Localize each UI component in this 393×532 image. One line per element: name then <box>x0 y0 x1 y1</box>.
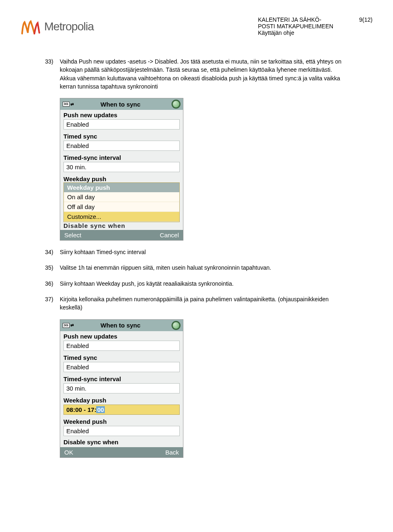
field-value-timed[interactable]: Enabled <box>63 362 180 372</box>
step-text: Siirry kohtaan Weekday push, jos käytät … <box>60 280 348 288</box>
popup-item-customize[interactable]: Customize... <box>64 212 179 222</box>
status-circle-icon <box>172 100 181 109</box>
softkey-cancel[interactable]: Cancel <box>160 232 179 239</box>
status-3g-icon: 3G <box>63 323 70 328</box>
field-label: Weekend push <box>60 416 183 425</box>
step-text: Siirry kohtaan Timed-sync interval <box>60 248 348 256</box>
softkey-bar: Select Cancel <box>60 230 183 240</box>
status-3g-icon: 3G <box>63 102 70 107</box>
step-34: 34) Siirry kohtaan Timed-sync interval <box>45 248 348 256</box>
step-33: 33) Vaihda Push new updates -asetus -> D… <box>45 57 348 91</box>
screen-title: When to sync <box>70 101 172 108</box>
field-value-push[interactable]: Enabled <box>63 119 180 130</box>
logo: Metropolia <box>20 16 94 37</box>
step-number: 34) <box>45 248 60 256</box>
screen-title: When to sync <box>70 322 172 329</box>
document-title: KALENTERI JA SÄHKÖ- POSTI MATKAPUHELIMEE… <box>258 16 348 36</box>
step-number: 33) <box>45 57 60 91</box>
phone-body: Push new updates Enabled Timed sync Enab… <box>60 331 183 447</box>
document-header: Metropolia KALENTERI JA SÄHKÖ- POSTI MAT… <box>20 16 373 37</box>
phone-titlebar: 3G ⇄ When to sync <box>60 98 183 110</box>
doc-title-line: Käyttäjän ohje <box>258 30 348 36</box>
time-prefix: 08:00 - 17: <box>66 406 96 413</box>
step-35: 35) Valitse 1h tai enemmän riippuen siit… <box>45 264 348 272</box>
softkey-back[interactable]: Back <box>165 449 179 456</box>
field-value-weekend[interactable]: Enabled <box>63 426 180 436</box>
metropolia-logo-icon <box>20 16 41 37</box>
doc-title-line: KALENTERI JA SÄHKÖ- <box>258 16 348 23</box>
field-value-interval[interactable]: 30 min. <box>63 162 180 172</box>
step-text: Vaihda Push new updates -asetus -> Disab… <box>60 57 348 91</box>
time-highlight: 00 <box>96 406 105 413</box>
popup-item-on-all-day[interactable]: On all day <box>64 192 179 202</box>
phone-body: Push new updates Enabled Timed sync Enab… <box>60 110 183 230</box>
step-36: 36) Siirry kohtaan Weekday push, jos käy… <box>45 280 348 288</box>
softkey-ok[interactable]: OK <box>64 449 73 456</box>
step-number: 35) <box>45 264 60 272</box>
field-label: Timed-sync interval <box>60 152 183 161</box>
step-text: Valitse 1h tai enemmän riippuen siitä, m… <box>60 264 348 272</box>
logo-text: Metropolia <box>44 20 94 33</box>
step-number: 36) <box>45 280 60 288</box>
step-text: Kirjoita kellonaika puhelimen numeronäpp… <box>60 295 348 312</box>
field-label: Timed sync <box>60 131 183 140</box>
phone-screenshot-2: 3G ⇄ When to sync Push new updates Enabl… <box>60 319 183 458</box>
status-circle-icon <box>172 321 181 330</box>
field-label: Timed-sync interval <box>60 374 183 382</box>
field-label: Push new updates <box>60 331 183 340</box>
hidden-row-label: Disable sync when <box>60 222 183 230</box>
field-label: Push new updates <box>60 110 183 118</box>
phone-titlebar: 3G ⇄ When to sync <box>60 320 183 331</box>
step-number: 37) <box>45 295 60 312</box>
field-label: Weekday push <box>60 174 183 182</box>
field-value-push[interactable]: Enabled <box>63 341 180 351</box>
field-label-cut: Disable sync when <box>60 438 183 447</box>
field-value-weekday-time[interactable]: 08:00 - 17:00 <box>63 405 180 415</box>
softkey-select[interactable]: Select <box>64 232 81 239</box>
header-meta: KALENTERI JA SÄHKÖ- POSTI MATKAPUHELIMEE… <box>258 16 373 36</box>
softkey-bar: OK Back <box>60 447 183 457</box>
popup-item-off-all-day[interactable]: Off all day <box>64 202 179 212</box>
popup-menu: Weekday push On all day Off all day Cust… <box>63 182 180 222</box>
field-value-interval[interactable]: 30 min. <box>63 383 180 393</box>
page-number: 9(12) <box>348 16 373 36</box>
doc-title-line: POSTI MATKAPUHELIMEEN <box>258 23 348 30</box>
step-37: 37) Kirjoita kellonaika puhelimen numero… <box>45 295 348 312</box>
field-label: Weekday push <box>60 395 183 404</box>
field-value-timed[interactable]: Enabled <box>63 141 180 151</box>
phone-screenshot-1: 3G ⇄ When to sync Push new updates Enabl… <box>60 98 183 241</box>
popup-header: Weekday push <box>64 183 179 192</box>
field-label: Timed sync <box>60 352 183 361</box>
